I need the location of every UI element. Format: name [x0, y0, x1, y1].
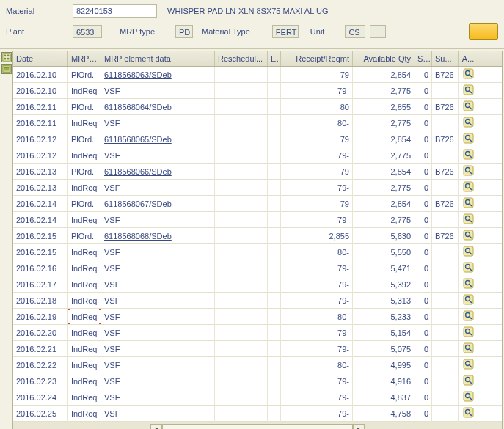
table-row[interactable]: 2016.02.15PlOrd.6118568068/SDeb2,8555,63…: [13, 228, 502, 244]
magnifier-icon[interactable]: [463, 230, 474, 241]
cell-date: 2016.02.16: [13, 260, 68, 276]
magnifier-icon[interactable]: [463, 246, 474, 257]
magnifier-icon[interactable]: [463, 262, 474, 273]
cell-details-button[interactable]: [459, 244, 478, 260]
table-row[interactable]: 2016.02.25IndReqVSF79-4,7580: [13, 406, 502, 422]
col-receipt-reqmt[interactable]: Receipt/Reqmt: [281, 51, 353, 66]
cell-details-button[interactable]: [459, 309, 478, 325]
magnifier-icon[interactable]: [463, 181, 474, 192]
col-mrp-element-data[interactable]: MRP element data: [101, 51, 215, 66]
col-exception[interactable]: E...: [268, 51, 281, 66]
cell-mrp-element-data[interactable]: 6118568067/SDeb: [101, 196, 215, 212]
magnifier-icon[interactable]: [463, 68, 474, 79]
table-row[interactable]: 2016.02.19IndReqVSF80-5,2330: [13, 309, 502, 325]
table-row[interactable]: 2016.02.22IndReqVSF80-4,9950: [13, 357, 502, 373]
cell-storage: 0: [414, 309, 432, 325]
cell-details-button[interactable]: [459, 212, 478, 228]
table-row[interactable]: 2016.02.15IndReqVSF80-5,5500: [13, 244, 502, 260]
magnifier-icon[interactable]: [463, 84, 474, 95]
col-available-qty[interactable]: Available Qty: [353, 51, 414, 66]
magnifier-icon[interactable]: [463, 391, 474, 402]
cell-rescheduling: [215, 325, 268, 341]
table-row[interactable]: 2016.02.17IndReqVSF79-5,3920: [13, 276, 502, 293]
table-row[interactable]: 2016.02.10IndReqVSF79-2,7750: [13, 83, 502, 99]
magnifier-icon[interactable]: [463, 117, 474, 128]
cell-details-button[interactable]: [459, 276, 478, 293]
cell-details-button[interactable]: [459, 293, 478, 309]
cell-details-button[interactable]: [459, 180, 478, 196]
col-action[interactable]: A...: [459, 51, 478, 66]
cell-details-button[interactable]: [459, 389, 478, 406]
cell-details-button[interactable]: [459, 83, 478, 99]
cell-mrp-element: IndReq: [68, 212, 101, 228]
cell-mrp-element-data[interactable]: 6118568065/SDeb: [101, 131, 215, 147]
magnifier-icon[interactable]: [463, 133, 474, 144]
cell-details-button[interactable]: [459, 406, 478, 422]
scroll-right-icon[interactable]: ►: [353, 424, 365, 429]
table-row[interactable]: 2016.02.24IndReqVSF79-4,8370: [13, 389, 502, 406]
magnifier-icon[interactable]: [463, 278, 474, 289]
cell-mrp-element: IndReq: [68, 293, 101, 309]
magnifier-icon[interactable]: [463, 294, 474, 305]
scroll-left-icon[interactable]: ◄: [150, 424, 162, 429]
cell-details-button[interactable]: [459, 67, 478, 83]
cell-details-button[interactable]: [459, 99, 478, 115]
cell-details-button[interactable]: [459, 164, 478, 180]
magnifier-icon[interactable]: [463, 213, 474, 224]
table-row[interactable]: 2016.02.23IndReqVSF79-4,9160: [13, 373, 502, 389]
magnifier-icon[interactable]: [463, 359, 474, 370]
table-row[interactable]: 2016.02.14PlOrd.6118568067/SDeb792,8540B…: [13, 196, 502, 212]
col-supplier[interactable]: Su...: [432, 51, 459, 66]
col-storage[interactable]: S...: [414, 51, 432, 66]
table-row[interactable]: 2016.02.13PlOrd.6118568066/SDeb792,8540B…: [13, 164, 502, 180]
cell-rescheduling: [215, 115, 268, 131]
cell-supplier: [432, 357, 459, 373]
magnifier-icon[interactable]: [463, 149, 474, 160]
table-row[interactable]: 2016.02.18IndReqVSF79-5,3130: [13, 293, 502, 309]
cell-mrp-element-data[interactable]: 6118568066/SDeb: [101, 164, 215, 180]
cell-details-button[interactable]: [459, 260, 478, 276]
cell-details-button[interactable]: [459, 115, 478, 131]
magnifier-icon[interactable]: [463, 310, 474, 321]
cell-available-qty: 2,854: [353, 196, 414, 212]
magnifier-icon[interactable]: [463, 100, 474, 111]
table-row[interactable]: 2016.02.16IndReqVSF79-5,4710: [13, 260, 502, 276]
cell-mrp-element-data[interactable]: 6118568064/SDeb: [101, 99, 215, 115]
details-icon[interactable]: [1, 64, 12, 74]
table-row[interactable]: 2016.02.20IndReqVSF79-5,1540: [13, 325, 502, 341]
cell-details-button[interactable]: [459, 373, 478, 389]
magnifier-icon[interactable]: [463, 197, 474, 208]
table-row[interactable]: 2016.02.12IndReqVSF79-2,7750: [13, 147, 502, 164]
magnifier-icon[interactable]: [463, 342, 474, 353]
cell-details-button[interactable]: [459, 341, 478, 357]
table-row[interactable]: 2016.02.13IndReqVSF79-2,7750: [13, 180, 502, 196]
cell-details-button[interactable]: [459, 228, 478, 244]
cell-mrp-element-data[interactable]: 6118568068/SDeb: [101, 228, 215, 244]
cell-details-button[interactable]: [459, 357, 478, 373]
action-button[interactable]: [469, 23, 498, 40]
cell-details-button[interactable]: [459, 325, 478, 341]
magnifier-icon[interactable]: [463, 326, 474, 337]
table-row[interactable]: 2016.02.14IndReqVSF79-2,7750: [13, 212, 502, 228]
col-date[interactable]: Date: [13, 51, 68, 66]
material-input[interactable]: [73, 4, 157, 18]
table-row[interactable]: 2016.02.11IndReqVSF80-2,7750: [13, 115, 502, 131]
svg-rect-66: [464, 375, 473, 385]
table-row[interactable]: 2016.02.11PlOrd.6118568064/SDeb802,8550B…: [13, 99, 502, 115]
table-row[interactable]: 2016.02.21IndReqVSF79-5,0750: [13, 341, 502, 357]
magnifier-icon[interactable]: [463, 375, 474, 386]
show-overview-icon[interactable]: [1, 52, 12, 62]
cell-details-button[interactable]: [459, 131, 478, 147]
col-rescheduling[interactable]: Reschedul...: [215, 51, 268, 66]
cell-details-button[interactable]: [459, 196, 478, 212]
col-mrp-element[interactable]: MRP ...: [68, 51, 101, 66]
table-row[interactable]: 2016.02.10PlOrd.6118568063/SDeb792,8540B…: [13, 67, 502, 83]
scroll-track[interactable]: [162, 424, 353, 429]
cell-mrp-element-data[interactable]: 6118568063/SDeb: [101, 67, 215, 83]
magnifier-icon[interactable]: [463, 165, 474, 176]
cell-details-button[interactable]: [459, 147, 478, 164]
magnifier-icon[interactable]: [463, 407, 474, 418]
table-row[interactable]: 2016.02.12PlOrd.6118568065/SDeb792,8540B…: [13, 131, 502, 147]
horizontal-scrollbar[interactable]: ◄ ►: [13, 422, 502, 429]
cell-available-qty: 5,075: [353, 341, 414, 357]
